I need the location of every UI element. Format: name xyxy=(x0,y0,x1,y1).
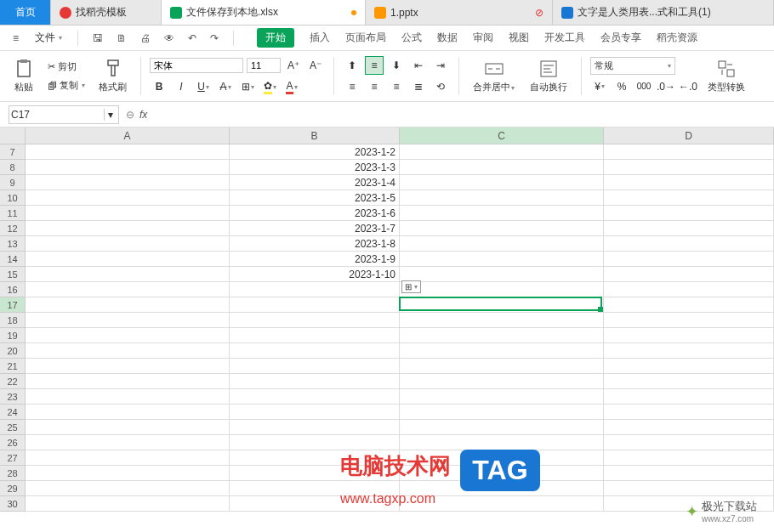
column-header-D[interactable]: D xyxy=(604,127,774,144)
font-color-button[interactable]: A▾ xyxy=(282,77,301,96)
chevron-down-icon[interactable]: ▾ xyxy=(104,109,117,121)
cell-C9[interactable] xyxy=(400,175,604,190)
align-center-button[interactable]: ≡ xyxy=(365,77,384,96)
cell-A22[interactable] xyxy=(26,374,230,389)
align-left-button[interactable]: ≡ xyxy=(343,77,361,96)
cell-B10[interactable]: 2023-1-5 xyxy=(230,190,400,206)
cell-C24[interactable] xyxy=(400,405,604,420)
cell-B18[interactable] xyxy=(230,313,400,328)
cell-A27[interactable] xyxy=(26,450,230,466)
font-size-select[interactable] xyxy=(247,58,281,73)
cell-A29[interactable] xyxy=(26,481,230,496)
cell-D25[interactable] xyxy=(604,420,774,435)
row-header-20[interactable]: 20 xyxy=(0,343,26,359)
cell-D17[interactable] xyxy=(604,297,774,313)
decrease-font-button[interactable]: A⁻ xyxy=(306,56,325,75)
cell-C13[interactable] xyxy=(400,236,604,252)
cell-D13[interactable] xyxy=(604,236,774,252)
cell-A21[interactable] xyxy=(26,359,230,374)
comma-button[interactable]: 000 xyxy=(635,77,653,96)
ribbon-tab-devtools[interactable]: 开发工具 xyxy=(544,28,585,48)
cell-C21[interactable] xyxy=(400,359,604,374)
ribbon-tab-review[interactable]: 审阅 xyxy=(473,28,493,48)
cell-B22[interactable] xyxy=(230,374,400,389)
cell-C29[interactable] xyxy=(400,481,604,496)
cell-C26[interactable] xyxy=(400,435,604,450)
cancel-icon[interactable]: ⊖ xyxy=(126,109,134,121)
cell-C10[interactable] xyxy=(400,190,604,206)
row-header-17[interactable]: 17 xyxy=(0,297,26,313)
cell-C11[interactable] xyxy=(400,206,604,221)
column-header-C[interactable]: C xyxy=(400,127,604,144)
cell-B12[interactable]: 2023-1-7 xyxy=(230,221,400,236)
row-header-15[interactable]: 15 xyxy=(0,267,26,282)
cell-A14[interactable] xyxy=(26,252,230,267)
cell-B8[interactable]: 2023-1-3 xyxy=(230,160,400,175)
row-header-21[interactable]: 21 xyxy=(0,359,26,374)
cell-D11[interactable] xyxy=(604,206,774,221)
cell-C22[interactable] xyxy=(400,374,604,389)
row-header-25[interactable]: 25 xyxy=(0,420,26,435)
cell-B7[interactable]: 2023-1-2 xyxy=(230,144,400,160)
indent-increase-button[interactable]: ⇥ xyxy=(431,56,450,75)
file-menu[interactable]: 文件 ▾ xyxy=(30,28,67,48)
align-top-button[interactable]: ⬆ xyxy=(343,56,361,75)
cell-A19[interactable] xyxy=(26,328,230,343)
copy-button[interactable]: 🗐 复制▾ xyxy=(44,77,88,93)
cell-D14[interactable] xyxy=(604,252,774,267)
cell-B24[interactable] xyxy=(230,405,400,420)
cell-C16[interactable] xyxy=(400,282,604,297)
cell-B17[interactable] xyxy=(230,297,400,313)
ribbon-tab-daoke[interactable]: 稻壳资源 xyxy=(657,28,697,48)
cell-C27[interactable] xyxy=(400,450,604,466)
cell-B9[interactable]: 2023-1-4 xyxy=(230,175,400,190)
cell-D12[interactable] xyxy=(604,221,774,236)
cell-B20[interactable] xyxy=(230,343,400,359)
border-button[interactable]: ⊞▾ xyxy=(238,77,257,96)
ribbon-tab-formula[interactable]: 公式 xyxy=(401,28,422,48)
row-header-13[interactable]: 13 xyxy=(0,236,26,252)
cell-A12[interactable] xyxy=(26,221,230,236)
row-header-29[interactable]: 29 xyxy=(0,481,26,496)
cell-A15[interactable] xyxy=(26,267,230,282)
cell-B14[interactable]: 2023-1-9 xyxy=(230,252,400,267)
currency-button[interactable]: ¥▾ xyxy=(590,77,609,96)
row-header-14[interactable]: 14 xyxy=(0,252,26,267)
cell-D29[interactable] xyxy=(604,481,774,496)
font-name-select[interactable] xyxy=(150,58,243,73)
row-header-23[interactable]: 23 xyxy=(0,389,26,405)
ribbon-tab-insert[interactable]: 插入 xyxy=(310,28,330,48)
cell-A16[interactable] xyxy=(26,282,230,297)
cell-B26[interactable] xyxy=(230,435,400,450)
cell-C23[interactable] xyxy=(400,389,604,405)
cell-B30[interactable] xyxy=(230,496,400,512)
cell-C17[interactable] xyxy=(400,297,604,313)
cell-B19[interactable] xyxy=(230,328,400,343)
cell-A11[interactable] xyxy=(26,206,230,221)
row-header-11[interactable]: 11 xyxy=(0,206,26,221)
ribbon-tab-member[interactable]: 会员专享 xyxy=(600,28,641,48)
justify-button[interactable]: ≣ xyxy=(409,77,428,96)
cell-D21[interactable] xyxy=(604,359,774,374)
cell-A30[interactable] xyxy=(26,496,230,512)
cell-B13[interactable]: 2023-1-8 xyxy=(230,236,400,252)
cell-D22[interactable] xyxy=(604,374,774,389)
cell-B27[interactable] xyxy=(230,450,400,466)
indent-decrease-button[interactable]: ⇤ xyxy=(409,56,428,75)
cell-B25[interactable] xyxy=(230,420,400,435)
cell-D9[interactable] xyxy=(604,175,774,190)
increase-decimal-button[interactable]: .0→ xyxy=(657,77,675,96)
strikethrough-button[interactable]: A▾ xyxy=(216,77,235,96)
ribbon-tab-start[interactable]: 开始 xyxy=(257,28,294,48)
row-header-22[interactable]: 22 xyxy=(0,374,26,389)
cell-grid[interactable]: 2023-1-22023-1-32023-1-42023-1-52023-1-6… xyxy=(26,144,774,515)
tab-pptx[interactable]: 1.pptx ⊘ xyxy=(366,0,553,25)
row-header-24[interactable]: 24 xyxy=(0,405,26,420)
orientation-button[interactable]: ⟲ xyxy=(431,77,450,96)
cell-C20[interactable] xyxy=(400,343,604,359)
tab-home[interactable]: 首页 xyxy=(0,0,51,25)
menu-hamburger[interactable]: ≡ xyxy=(9,30,23,47)
cell-A26[interactable] xyxy=(26,435,230,450)
column-header-A[interactable]: A xyxy=(26,127,230,144)
cut-button[interactable]: ✂ 剪切 xyxy=(44,59,88,75)
